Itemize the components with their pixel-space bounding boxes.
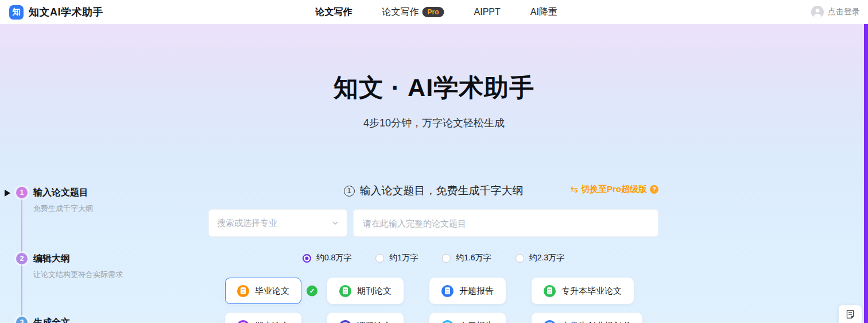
swap-icon: ⇆ [571,184,578,195]
document-icon [339,285,351,297]
paper-type-label: 毕业论文 [255,286,289,297]
document-icon [544,320,556,323]
major-select[interactable]: 搜索或选择专业 [208,209,347,237]
step-1-number: 1 [16,187,28,198]
switch-to-pro-label: 切换至Pro超级版 [581,184,647,195]
paper-type-course-paper[interactable]: 课程论文 [327,313,404,323]
paper-type-label: 期刊论文 [357,286,392,297]
radio-icon [516,254,524,263]
main-nav: 论文写作 论文写作 Pro AIPPT AI降重 [316,0,557,24]
pro-badge: Pro [423,7,444,17]
nav-tab-label: AIPPT [474,7,501,17]
length-option-1.6w[interactable]: 约1.6万字 [442,253,491,263]
nav-tab-ai-rewrite[interactable]: AI降重 [530,6,557,18]
chevron-down-icon [332,220,339,226]
paper-type-label: 实习报告 [459,321,494,323]
paper-type-grid: 毕业论文 ✓ 期刊论文 开题报告 专升本毕业论文 期末论文 课程论文 [225,278,658,323]
document-lines-icon [845,309,855,320]
paper-type-proposal-report[interactable]: 开题报告 [429,278,506,304]
page-subtitle: 4步10分钟，万字论文轻松生成 [0,116,868,130]
length-label: 约1.6万字 [456,253,491,263]
radio-icon [303,254,311,263]
paper-type-label: 期末论文 [255,321,289,323]
length-options: 约0.8万字 约1万字 约1.6万字 约2.3万字 [208,253,658,263]
step-1-desc: 免费生成千字大纲 [33,203,93,214]
brand[interactable]: 知 知文AI学术助手 [9,5,103,20]
length-label: 约1万字 [389,253,418,263]
paper-type-graduation-thesis[interactable]: 毕业论文 ✓ [225,278,301,304]
scrollbar[interactable] [864,24,868,323]
page-title: 知文 · AI学术助手 [0,24,868,105]
step-2: 2 编辑大纲 让论文结构更符合实际需求 [0,253,123,280]
step-3: 3 生成全文 生成格式完整的论文初稿 [0,317,115,323]
step-3-title: 生成全文 [33,317,115,323]
title-form: 1 输入论文题目，免费生成千字大纲 ⇆ 切换至Pro超级版 ? 搜索或选择专业 … [208,183,658,323]
step-3-number: 3 [16,317,28,323]
paper-type-label: 大学生创业规划书 [561,321,630,323]
login-label: 点击登录 [828,7,860,17]
current-step-pointer-icon [5,190,10,197]
sample-examples-button[interactable]: 范文 示例 [839,305,862,323]
document-icon [339,320,351,323]
nav-tab-label: 论文写作 [316,6,352,18]
radio-icon [442,254,451,263]
length-option-1w[interactable]: 约1万字 [375,253,418,263]
login-button[interactable]: 点击登录 [811,0,860,24]
nav-tab-label: AI降重 [530,6,557,18]
paper-type-internship-report[interactable]: 实习报告 [429,313,506,323]
step-2-desc: 让论文结构更符合实际需求 [33,270,123,280]
document-icon [441,285,454,297]
step-2-number: 2 [16,253,28,264]
document-icon [237,320,249,323]
nav-tab-paper-writing[interactable]: 论文写作 [316,6,352,18]
paper-type-upgrade-thesis[interactable]: 专升本毕业论文 [532,278,634,304]
switch-to-pro-link[interactable]: ⇆ 切换至Pro超级版 ? [571,184,658,195]
step-2-title: 编辑大纲 [33,253,123,264]
step-1-title: 输入论文题目 [33,187,93,198]
length-label: 约2.3万字 [529,253,564,263]
nav-tab-aippt[interactable]: AIPPT [474,7,501,17]
major-select-placeholder: 搜索或选择专业 [217,218,332,229]
check-icon: ✓ [307,286,317,297]
heading-step-number-icon: 1 [344,186,355,197]
paper-type-startup-plan[interactable]: 大学生创业规划书 [532,313,642,323]
length-option-0.8w[interactable]: 约0.8万字 [303,253,351,263]
length-option-2.3w[interactable]: 约2.3万字 [516,253,564,263]
avatar-icon [811,6,824,18]
app-logo-icon: 知 [9,5,24,20]
steps-sidebar: 1 输入论文题目 免费生成千字大纲 2 编辑大纲 让论文结构更符合实际需求 3 … [0,187,155,323]
form-heading-text: 输入论文题目，免费生成千字大纲 [360,183,524,198]
paper-type-label: 课程论文 [357,321,392,323]
document-icon [544,285,556,297]
paper-type-term-paper[interactable]: 期末论文 [225,313,301,323]
document-icon [441,320,454,323]
inputs-row: 搜索或选择专业 [208,209,658,237]
paper-type-journal-paper[interactable]: 期刊论文 [327,278,404,304]
form-heading: 1 输入论文题目，免费生成千字大纲 [344,183,524,198]
document-icon [237,285,249,297]
top-navbar: 知 知文AI学术助手 论文写作 论文写作 Pro AIPPT AI降重 点击登录 [0,0,868,24]
help-icon[interactable]: ? [650,185,658,194]
form-heading-row: 1 输入论文题目，免费生成千字大纲 ⇆ 切换至Pro超级版 ? [208,183,658,198]
app-title: 知文AI学术助手 [29,5,103,19]
nav-tab-label: 论文写作 [382,6,419,18]
radio-icon [375,254,384,263]
hero-section: 知文 · AI学术助手 4步10分钟，万字论文轻松生成 1 输入论文题目 免费生… [0,24,868,323]
step-1: 1 输入论文题目 免费生成千字大纲 [0,187,93,214]
paper-type-label: 专升本毕业论文 [561,286,622,297]
paper-type-label: 开题报告 [459,286,494,297]
nav-tab-paper-writing-pro[interactable]: 论文写作 Pro [382,6,444,18]
paper-title-input[interactable] [353,209,658,237]
length-label: 约0.8万字 [316,253,351,263]
